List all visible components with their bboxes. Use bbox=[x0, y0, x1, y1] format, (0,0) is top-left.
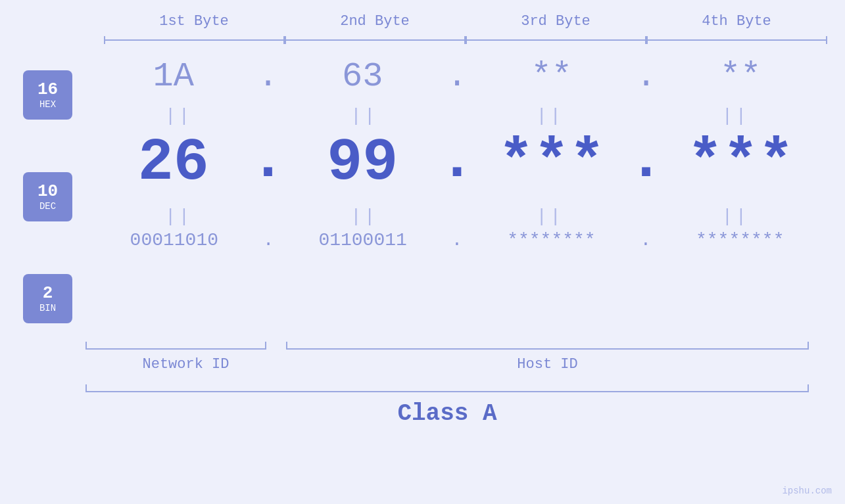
bin-row: 00011010 . 01100011 . ******** . *******… bbox=[92, 230, 822, 250]
bin-badge: 2 BIN bbox=[23, 274, 72, 323]
network-id-label: Network ID bbox=[85, 356, 286, 373]
dec-value-b1: 26 bbox=[138, 129, 209, 196]
bracket-byte2 bbox=[285, 36, 466, 44]
top-bracket-row bbox=[43, 36, 845, 44]
hex-badge-number: 16 bbox=[37, 80, 58, 99]
equals-cell-2: || bbox=[278, 106, 450, 126]
dec-dot-1: . bbox=[258, 131, 278, 196]
bin-dot-3: . bbox=[637, 230, 654, 250]
bin-value-b4: ******** bbox=[696, 230, 784, 250]
dec-row: 26 . 99 . *** . *** bbox=[92, 129, 822, 196]
byte3-header: 3rd Byte bbox=[466, 13, 646, 30]
byte1-header: 1st Byte bbox=[104, 13, 285, 30]
dec-dot-2: . bbox=[447, 131, 467, 196]
hex-cell-b2: 63 bbox=[281, 57, 445, 96]
dec-badge: 10 DEC bbox=[23, 172, 72, 221]
hex-value-b1: 1A bbox=[153, 57, 194, 96]
bottom-bracket-area: Network ID Host ID Class A bbox=[0, 333, 845, 427]
hex-dot-2: . bbox=[447, 57, 467, 96]
equals-cell-4: || bbox=[649, 106, 822, 126]
equals-cell-1: || bbox=[92, 106, 265, 126]
header-row: 1st Byte 2nd Byte 3rd Byte 4th Byte bbox=[43, 13, 845, 30]
dec-cell-b3: *** bbox=[470, 129, 633, 196]
hex-value-b4: ** bbox=[720, 57, 761, 96]
bin-value-b2: 01100011 bbox=[318, 230, 406, 250]
class-label: Class A bbox=[85, 400, 809, 427]
equals-cell-3: || bbox=[464, 106, 637, 126]
bin-cell-b1: 00011010 bbox=[92, 230, 256, 250]
hex-badge-label: HEX bbox=[39, 99, 56, 110]
host-bracket bbox=[286, 333, 809, 350]
dec-badge-label: DEC bbox=[39, 201, 56, 212]
equals-row-2: || || || || bbox=[92, 206, 822, 227]
bracket-byte3 bbox=[466, 36, 646, 44]
equals2-sign-2: || bbox=[350, 206, 378, 227]
main-container: 1st Byte 2nd Byte 3rd Byte 4th Byte bbox=[0, 0, 845, 504]
bin-value-b3: ******** bbox=[507, 230, 595, 250]
equals2-cell-1: || bbox=[92, 206, 265, 227]
bottom-brackets bbox=[85, 333, 809, 350]
byte2-header: 2nd Byte bbox=[285, 13, 466, 30]
badges-column: 16 HEX 10 DEC 2 BIN bbox=[23, 70, 72, 323]
bottom-labels: Network ID Host ID bbox=[85, 356, 809, 373]
equals2-cell-2: || bbox=[278, 206, 450, 227]
hex-dot-1: . bbox=[258, 57, 278, 96]
equals-sign-2: || bbox=[350, 106, 378, 126]
dec-value-b2: 99 bbox=[327, 129, 398, 196]
dec-value-b4: *** bbox=[687, 129, 794, 196]
watermark: ipshu.com bbox=[782, 486, 832, 496]
equals2-sign-3: || bbox=[536, 206, 564, 227]
equals-sign-3: || bbox=[536, 106, 564, 126]
dec-dot-3: . bbox=[637, 131, 656, 196]
equals2-sign-1: || bbox=[165, 206, 193, 227]
dec-cell-b4: *** bbox=[660, 129, 823, 196]
main-area: 16 HEX 10 DEC 2 BIN 1A . 63 bbox=[0, 57, 845, 323]
dec-badge-number: 10 bbox=[37, 182, 58, 201]
bracket-byte1 bbox=[104, 36, 285, 44]
data-grid: 1A . 63 . ** . ** || bbox=[92, 57, 822, 257]
bracket-byte4 bbox=[646, 36, 827, 44]
network-bracket bbox=[85, 333, 266, 350]
bin-dot-1: . bbox=[260, 230, 278, 250]
bin-dot-2: . bbox=[448, 230, 466, 250]
bin-value-b1: 00011010 bbox=[130, 230, 218, 250]
dec-cell-b2: 99 bbox=[281, 129, 445, 196]
hex-cell-b4: ** bbox=[660, 57, 823, 96]
bin-cell-b2: 01100011 bbox=[281, 230, 445, 250]
equals-sign-1: || bbox=[165, 106, 193, 126]
hex-row: 1A . 63 . ** . ** bbox=[92, 57, 822, 96]
hex-dot-3: . bbox=[637, 57, 656, 96]
bin-cell-b4: ******** bbox=[658, 230, 822, 250]
hex-badge: 16 HEX bbox=[23, 70, 72, 120]
hex-value-b3: ** bbox=[531, 57, 572, 96]
bin-badge-label: BIN bbox=[39, 303, 56, 313]
host-id-label: Host ID bbox=[286, 356, 809, 373]
full-bracket bbox=[85, 379, 809, 392]
dec-value-b3: *** bbox=[498, 129, 605, 196]
equals2-sign-4: || bbox=[722, 206, 750, 227]
hex-cell-b3: ** bbox=[470, 57, 633, 96]
hex-cell-b1: 1A bbox=[92, 57, 255, 96]
byte4-header: 4th Byte bbox=[646, 13, 827, 30]
bin-cell-b3: ******** bbox=[470, 230, 634, 250]
equals-sign-4: || bbox=[722, 106, 750, 126]
equals2-cell-3: || bbox=[464, 206, 637, 227]
bin-badge-number: 2 bbox=[43, 284, 53, 303]
equals-row-1: || || || || bbox=[92, 106, 822, 126]
dec-cell-b1: 26 bbox=[92, 129, 255, 196]
equals2-cell-4: || bbox=[649, 206, 822, 227]
hex-value-b2: 63 bbox=[342, 57, 383, 96]
